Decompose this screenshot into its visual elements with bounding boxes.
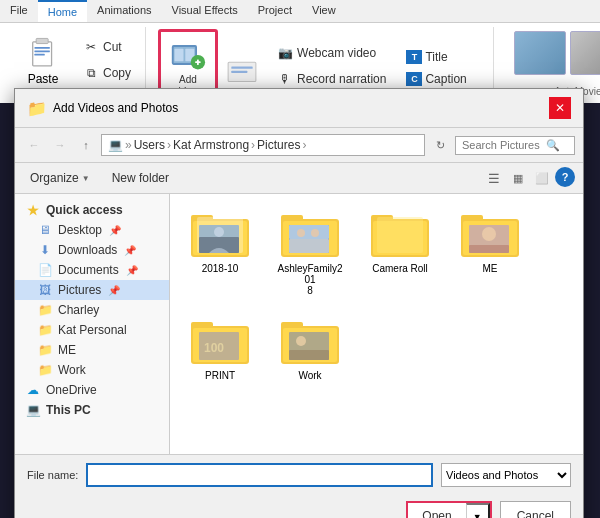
sidebar-item-work[interactable]: 📁 Work: [15, 360, 169, 380]
sidebar-item-pictures[interactable]: 🖼 Pictures 📌: [15, 280, 169, 300]
clipboard-buttons: Paste ✂ Cut ⧉ Copy: [14, 29, 137, 91]
view-extra-button[interactable]: ⬜: [531, 167, 553, 189]
theme-1[interactable]: [514, 31, 566, 75]
tab-file[interactable]: File: [0, 0, 38, 22]
dialog-title-text: Add Videos and Photos: [53, 101, 178, 115]
back-button[interactable]: ←: [23, 134, 45, 156]
me-sidebar-icon: 📁: [37, 343, 53, 357]
folder-icon-work: [279, 316, 341, 368]
svg-rect-11: [197, 60, 199, 65]
forward-button[interactable]: →: [49, 134, 71, 156]
title-button[interactable]: T Title: [400, 47, 484, 67]
refresh-button[interactable]: ↻: [429, 134, 451, 156]
sidebar-item-quick-access[interactable]: ★ Quick access: [15, 200, 169, 220]
path-computer-icon: 💻: [108, 138, 123, 152]
cut-button[interactable]: ✂ Cut: [76, 35, 137, 59]
this-pc-icon: 💻: [25, 403, 41, 417]
tab-animations[interactable]: Animations: [87, 0, 161, 22]
charley-icon: 📁: [37, 303, 53, 317]
documents-icon: 📄: [37, 263, 53, 277]
desktop-icon: 🖥: [37, 223, 53, 237]
file-item-2018-10[interactable]: 2018-10: [180, 204, 260, 301]
file-name-work: Work: [298, 370, 321, 381]
open-dropdown-button[interactable]: ▼: [466, 503, 490, 518]
sidebar-item-kat-personal[interactable]: 📁 Kat Personal: [15, 320, 169, 340]
add-videos-dialog: 📁 Add Videos and Photos ✕ ← → ↑ 💻 » User…: [14, 88, 584, 518]
filetype-select[interactable]: Videos and Photos: [441, 463, 571, 487]
clipboard-small-items: ✂ Cut ⧉ Copy: [76, 33, 137, 87]
charley-label: Charley: [58, 303, 99, 317]
cut-icon: ✂: [82, 38, 100, 56]
file-item-camera-roll[interactable]: Camera Roll: [360, 204, 440, 301]
paste-button[interactable]: Paste: [14, 29, 72, 91]
theme-2[interactable]: [570, 31, 600, 75]
file-item-print[interactable]: 100 PRINT: [180, 311, 260, 386]
copy-button[interactable]: ⧉ Copy: [76, 61, 137, 85]
organize-button[interactable]: Organize ▼: [23, 168, 97, 188]
dialog-footer-buttons: Open ▼ Cancel: [15, 495, 583, 518]
kat-personal-icon: 📁: [37, 323, 53, 337]
tab-home[interactable]: Home: [38, 0, 87, 22]
webcam-button[interactable]: 📷 Webcam video: [270, 41, 392, 65]
sidebar-item-onedrive[interactable]: ☁ OneDrive: [15, 380, 169, 400]
sidebar-item-documents[interactable]: 📄 Documents 📌: [15, 260, 169, 280]
tab-project[interactable]: Project: [248, 0, 302, 22]
svg-rect-26: [289, 239, 329, 253]
open-dropdown-arrow: ▼: [473, 512, 482, 518]
record-label: Record narration: [297, 72, 386, 86]
svg-rect-50: [289, 350, 329, 360]
organize-label: Organize: [30, 171, 79, 185]
title-icon: T: [406, 50, 422, 64]
file-area: 2018-10 AshleyFamily2018: [170, 194, 583, 454]
svg-text:100: 100: [204, 341, 224, 355]
path-users[interactable]: Users: [134, 138, 165, 152]
new-folder-label: New folder: [112, 171, 169, 185]
dialog-title-content: 📁 Add Videos and Photos: [27, 99, 178, 118]
view-large-button[interactable]: ▦: [507, 167, 529, 189]
downloads-icon: ⬇: [37, 243, 53, 257]
address-path[interactable]: 💻 » Users › Kat Armstrong › Pictures ›: [101, 134, 425, 156]
help-button[interactable]: ?: [555, 167, 575, 187]
kat-personal-label: Kat Personal: [58, 323, 127, 337]
up-button[interactable]: ↑: [75, 134, 97, 156]
cancel-button[interactable]: Cancel: [500, 501, 571, 518]
file-name-ashley: AshleyFamily2018: [275, 263, 345, 296]
themes-group: [506, 29, 600, 77]
svg-rect-27: [289, 225, 329, 239]
file-item-work[interactable]: Work: [270, 311, 350, 386]
svg-point-29: [311, 229, 319, 237]
desktop-label: Desktop: [58, 223, 102, 237]
caption-label: Caption: [425, 72, 466, 86]
sidebar-item-desktop[interactable]: 🖥 Desktop 📌: [15, 220, 169, 240]
search-icon: 🔍: [546, 139, 560, 152]
file-item-me[interactable]: ME: [450, 204, 530, 301]
open-button[interactable]: Open: [408, 505, 465, 518]
svg-point-38: [482, 227, 496, 241]
folder-icon-2018-10: [189, 209, 251, 261]
cut-label: Cut: [103, 40, 122, 54]
tab-view[interactable]: View: [302, 0, 346, 22]
dialog-footer-filename: File name: Videos and Photos: [15, 454, 583, 495]
quick-access-icon: ★: [25, 203, 41, 217]
file-item-ashley[interactable]: AshleyFamily2018: [270, 204, 350, 301]
path-pictures[interactable]: Pictures: [257, 138, 300, 152]
folder-dialog-icon: 📁: [27, 99, 47, 118]
svg-rect-4: [34, 54, 44, 56]
sidebar-item-charley[interactable]: 📁 Charley: [15, 300, 169, 320]
search-input[interactable]: [462, 139, 542, 151]
caption-button[interactable]: C Caption: [400, 69, 484, 89]
sidebar-item-downloads[interactable]: ⬇ Downloads 📌: [15, 240, 169, 260]
tab-visual-effects[interactable]: Visual Effects: [162, 0, 248, 22]
filename-input[interactable]: [86, 463, 433, 487]
svg-rect-13: [231, 66, 252, 68]
path-user[interactable]: Kat Armstrong: [173, 138, 249, 152]
record-icon: 🎙: [276, 70, 294, 88]
svg-point-28: [297, 229, 305, 237]
view-details-button[interactable]: ☰: [483, 167, 505, 189]
pictures-label: Pictures: [58, 283, 101, 297]
sidebar-item-this-pc[interactable]: 💻 This PC: [15, 400, 169, 420]
svg-rect-7: [175, 49, 184, 62]
new-folder-button[interactable]: New folder: [105, 168, 176, 188]
dialog-close-button[interactable]: ✕: [549, 97, 571, 119]
sidebar-item-me[interactable]: 📁 ME: [15, 340, 169, 360]
